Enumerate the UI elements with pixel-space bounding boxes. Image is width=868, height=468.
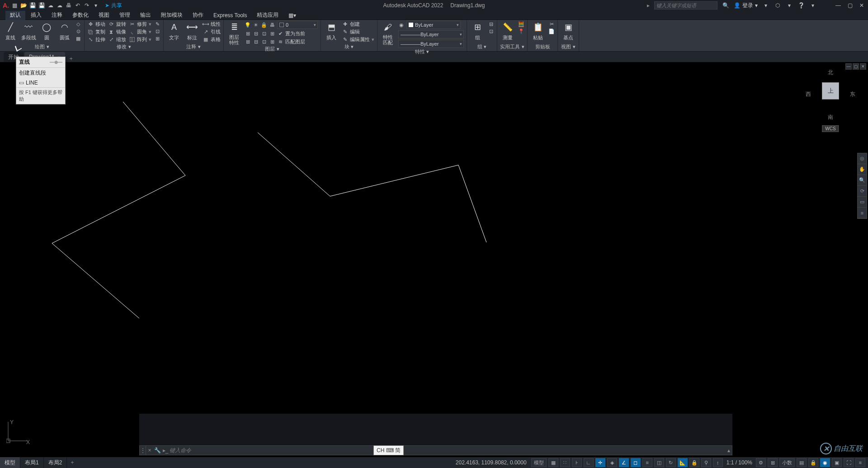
move-button[interactable]: ✥移动 — [87, 21, 105, 28]
insert-button[interactable]: ⬒插入 — [324, 21, 339, 41]
lock-icon[interactable]: 🔒 — [261, 22, 267, 28]
attedit-button[interactable]: ✎编辑属性▾ — [342, 36, 374, 43]
nav-zoom-icon[interactable]: 🔍 — [858, 175, 867, 186]
tab-featured[interactable]: 精选应用 — [252, 10, 283, 20]
tab-default[interactable]: 默认 — [5, 10, 25, 20]
command-line[interactable]: ⋮ × 🔧 ▸_ ▴ — [139, 445, 732, 455]
paste-button[interactable]: 📋粘贴 — [530, 21, 546, 41]
draw-misc-2[interactable]: ⊙ — [75, 28, 81, 34]
leader-button[interactable]: ↗引线 — [203, 28, 221, 35]
setcurrent-button[interactable]: 置为当前 — [285, 30, 305, 37]
quickprops-toggle[interactable]: ▤ — [797, 458, 807, 467]
rotate-button[interactable]: ⟳旋转 — [108, 21, 126, 28]
tab-addins[interactable]: 附加模块 — [156, 10, 187, 20]
copy-button[interactable]: ⿻复制 — [87, 28, 105, 35]
text-button[interactable]: A文字 — [166, 21, 182, 41]
draw-misc-1[interactable]: ◇ — [75, 21, 81, 27]
tab-view[interactable]: 视图 — [94, 10, 114, 20]
annovisibility-toggle[interactable]: ⚲ — [701, 458, 711, 467]
annoscale-toggle[interactable]: 🔒 — [689, 458, 699, 467]
tab-manage[interactable]: 管理 — [115, 10, 135, 20]
linear-dim-button[interactable]: ⟷线性 — [203, 21, 221, 28]
panel-utilities-title[interactable]: 实用工具 ▾ — [500, 43, 524, 51]
search-icon[interactable]: 🔍 — [722, 2, 729, 9]
lockui-toggle[interactable]: 🔒 — [808, 458, 818, 467]
minimize-icon[interactable]: — — [835, 2, 842, 9]
cmdline-close-icon[interactable]: × — [146, 447, 153, 454]
workspace-toggle[interactable]: ⊞ — [768, 458, 778, 467]
zoom-scale[interactable]: 1:1 / 100% — [725, 459, 754, 466]
tab-insert[interactable]: 插入 — [26, 10, 46, 20]
qat-dropdown-icon[interactable]: ▾ — [92, 2, 99, 9]
arc-button[interactable]: ◠圆弧 — [57, 21, 72, 41]
viewcube-east[interactable]: 东 — [850, 90, 855, 98]
layout-1[interactable]: 布局1 — [20, 457, 44, 468]
autodesk-app-icon[interactable]: ▾ — [762, 2, 769, 9]
measure-button[interactable]: 📏测量 — [500, 21, 515, 41]
maximize-icon[interactable]: ▢ — [846, 2, 854, 9]
panel-view-title[interactable]: 视图 ▾ — [561, 43, 576, 51]
scale-button[interactable]: ⤢缩放 — [108, 36, 126, 43]
command-input[interactable] — [170, 447, 726, 454]
lineweight-toggle[interactable]: ≡ — [642, 458, 652, 467]
saveas-icon[interactable]: 💾 — [38, 2, 45, 9]
login-button[interactable]: 👤 登录 ▾ — [734, 2, 758, 9]
color-icon[interactable]: ◉ — [398, 22, 405, 28]
chevron-down-icon[interactable]: ▾ — [809, 2, 816, 9]
nav-more-icon[interactable]: ≡ — [858, 208, 867, 218]
units-toggle[interactable]: 小数 — [779, 458, 795, 467]
undo-icon[interactable]: ↶ — [74, 2, 81, 9]
grid-toggle[interactable]: ▦ — [548, 458, 558, 467]
otrack-toggle[interactable]: ∠ — [619, 458, 629, 467]
search-input[interactable]: 键入关键字或短语 — [654, 1, 717, 9]
hardware-toggle[interactable]: ▣ — [832, 458, 842, 467]
tab-express[interactable]: Express Tools — [209, 11, 251, 19]
edit-block-button[interactable]: ✎编辑 — [342, 28, 374, 35]
trim-button[interactable]: ✂修剪▾ — [129, 21, 151, 28]
viewcube-west[interactable]: 西 — [806, 90, 811, 98]
matchprop-button[interactable]: 🖌特性 匹配 — [380, 21, 396, 45]
panel-groups-title[interactable]: 组 ▾ — [470, 43, 494, 51]
dim-button[interactable]: ⟷标注 — [184, 21, 200, 41]
openweb-icon[interactable]: ☁ — [47, 2, 54, 9]
cycling-toggle[interactable]: ↻ — [666, 458, 676, 467]
modelspace-button[interactable]: 模型 — [531, 458, 547, 467]
viewcube-top[interactable]: 上 — [822, 82, 839, 99]
tab-annotate[interactable]: 注释 — [47, 10, 67, 20]
layer-tool-icon[interactable]: ⊞ — [245, 31, 251, 37]
ime-indicator[interactable]: CH ⌨ 简 — [373, 445, 404, 455]
panel-modify-title[interactable]: 修改 ▾ — [87, 43, 160, 51]
nav-orbit-icon[interactable]: ⟳ — [858, 186, 867, 197]
viewcube-south[interactable]: 南 — [828, 113, 833, 121]
isolate-toggle[interactable]: ◉ — [820, 458, 830, 467]
osnap-toggle[interactable]: ◻ — [631, 458, 641, 467]
tab-collaborate[interactable]: 协作 — [188, 10, 208, 20]
panel-annotation-title[interactable]: 注释 ▾ — [166, 43, 221, 51]
polar-toggle[interactable]: ✛ — [595, 458, 605, 467]
nav-showmotion-icon[interactable]: ▭ — [858, 197, 867, 208]
plot-layer-icon[interactable]: 🖶 — [269, 22, 275, 28]
add-tab-button[interactable]: + — [66, 56, 76, 62]
cmdline-grip-icon[interactable]: ⋮ — [140, 446, 146, 455]
modify-misc-2[interactable]: ⊡ — [154, 28, 160, 34]
draw-misc-3[interactable]: ▦ — [75, 35, 81, 42]
bulb-icon[interactable]: 💡 — [245, 22, 251, 28]
new-icon[interactable]: ▦ — [11, 2, 18, 9]
drawing-canvas[interactable]: — ▢ ✕ 北 南 西 东 上 WCS ◎ ✋ 🔍 ⟳ ▭ ≡ Y X ⋮ × … — [0, 62, 868, 468]
fillet-button[interactable]: ◟圆角▾ — [129, 28, 151, 35]
add-layout-button[interactable]: + — [67, 459, 77, 466]
modify-misc-1[interactable]: ✎ — [154, 21, 160, 27]
stretch-button[interactable]: ⤡拉伸 — [87, 36, 105, 43]
viewcube[interactable]: 北 南 西 东 上 WCS — [806, 69, 855, 132]
panel-properties-title[interactable]: 特性 ▾ — [380, 48, 464, 56]
layout-model[interactable]: 模型 — [0, 457, 20, 468]
cleanscreen-toggle[interactable]: ⛶ — [844, 458, 854, 467]
matchlayer-button[interactable]: 匹配图层 — [285, 38, 305, 45]
customize-icon[interactable]: ≡ — [855, 458, 865, 467]
array-button[interactable]: ⿲阵列▾ — [129, 36, 151, 43]
exchange-icon[interactable]: ⬡ — [774, 2, 781, 9]
line-button[interactable]: ╱直线 — [3, 21, 18, 41]
nav-wheel-icon[interactable]: ◎ — [858, 153, 867, 164]
table-button[interactable]: ▦表格 — [203, 36, 221, 43]
linetype-combo[interactable]: ———— ByLayer — [398, 40, 464, 48]
